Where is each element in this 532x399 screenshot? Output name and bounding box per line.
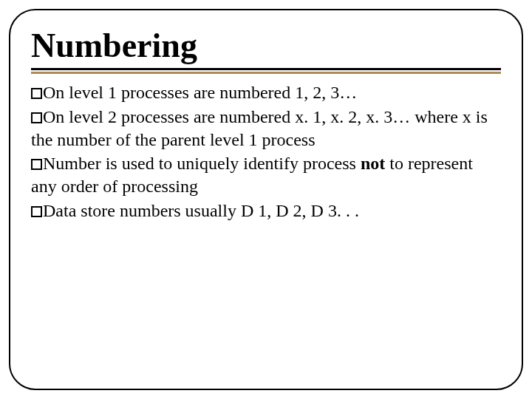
bullet-list: On level 1 processes are numbered 1, 2, … <box>31 81 501 222</box>
bullet-text-bold: not <box>361 154 385 173</box>
bullet-text: Data store numbers usually D 1, D 2, D 3… <box>43 201 359 220</box>
square-bullet-icon <box>31 159 42 170</box>
list-item: On level 1 processes are numbered 1, 2, … <box>31 81 501 104</box>
bullet-text: On level 2 processes are numbered x. 1, … <box>31 107 488 149</box>
slide-title: Numbering <box>31 28 501 64</box>
list-item: Number is used to uniquely identify proc… <box>31 152 501 197</box>
bullet-text: On level 1 processes are numbered 1, 2, … <box>43 83 357 102</box>
title-underline <box>31 68 501 74</box>
list-item: Data store numbers usually D 1, D 2, D 3… <box>31 200 501 222</box>
square-bullet-icon <box>31 88 42 99</box>
list-item: On level 2 processes are numbered x. 1, … <box>31 106 501 151</box>
bullet-text-pre: Number is used to uniquely identify proc… <box>43 154 361 173</box>
square-bullet-icon <box>31 206 42 217</box>
square-bullet-icon <box>31 112 42 123</box>
slide-frame: Numbering On level 1 processes are numbe… <box>9 9 523 390</box>
